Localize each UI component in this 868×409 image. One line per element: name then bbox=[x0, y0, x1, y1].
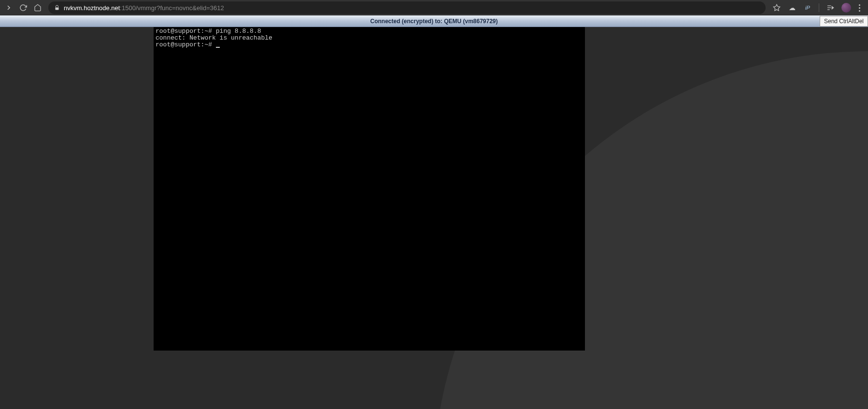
lock-icon bbox=[54, 5, 60, 11]
terminal-prompt-line: root@support:~# bbox=[156, 42, 583, 48]
media-control-icon[interactable] bbox=[826, 3, 835, 12]
terminal-prompt: root@support:~# bbox=[156, 41, 216, 48]
chrome-actions: ☁ iP bbox=[772, 3, 864, 13]
profile-avatar[interactable] bbox=[841, 3, 851, 13]
vnc-status-text: Connected (encrypted) to: QEMU (vm867972… bbox=[0, 18, 868, 25]
vnc-status-bar: Connected (encrypted) to: QEMU (vm867972… bbox=[0, 15, 868, 27]
terminal-line: connect: Network is unreachable bbox=[156, 35, 583, 42]
divider bbox=[819, 3, 819, 12]
terminal-cursor bbox=[216, 47, 220, 48]
svg-rect-0 bbox=[56, 8, 59, 10]
svg-marker-1 bbox=[773, 4, 780, 11]
forward-button[interactable] bbox=[5, 4, 13, 12]
url-domain: nvkvm.hoztnode.net bbox=[64, 4, 120, 12]
address-bar[interactable]: nvkvm.hoztnode.net:1500/vmmgr?func=novnc… bbox=[48, 1, 766, 14]
extension-cloud-icon[interactable]: ☁ bbox=[788, 3, 797, 12]
vnc-terminal[interactable]: root@support:~# ping 8.8.8.8 connect: Ne… bbox=[154, 27, 585, 351]
page-content: root@support:~# ping 8.8.8.8 connect: Ne… bbox=[0, 27, 868, 409]
url-text: nvkvm.hoztnode.net:1500/vmmgr?func=novnc… bbox=[64, 4, 224, 12]
reload-button[interactable] bbox=[19, 4, 27, 12]
url-path: :1500/vmmgr?func=novnc&elid=3612 bbox=[120, 4, 224, 12]
nav-controls bbox=[4, 4, 42, 12]
home-button[interactable] bbox=[34, 4, 42, 12]
bookmark-star-icon[interactable] bbox=[772, 3, 781, 12]
browser-toolbar: nvkvm.hoztnode.net:1500/vmmgr?func=novnc… bbox=[0, 0, 868, 15]
extension-ip-icon[interactable]: iP bbox=[803, 3, 812, 12]
terminal-line: root@support:~# ping 8.8.8.8 bbox=[156, 28, 583, 35]
send-ctrl-alt-del-button[interactable]: Send CtrlAltDel bbox=[820, 16, 868, 27]
chrome-menu-button[interactable] bbox=[858, 4, 861, 12]
